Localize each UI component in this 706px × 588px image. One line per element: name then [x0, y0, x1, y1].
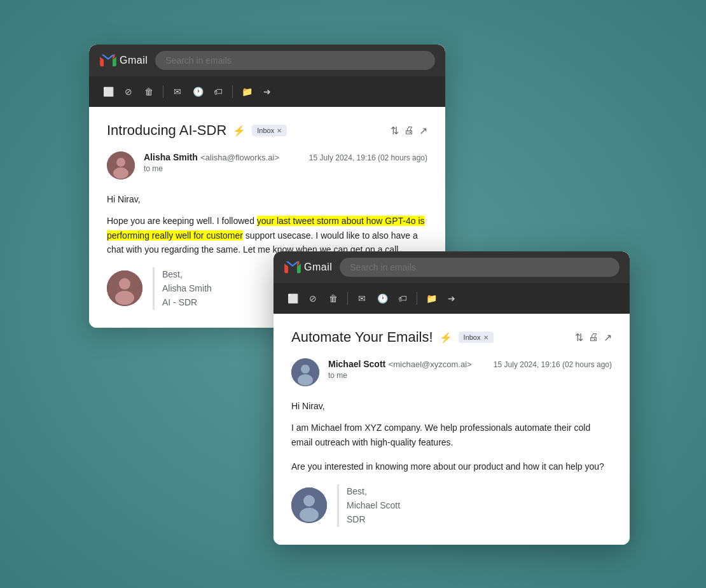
expand-icon-back[interactable]: ⇅ [391, 125, 399, 137]
body-line1-front: I am Michael from XYZ company. We help p… [291, 421, 612, 449]
sender-email-front: <michael@xyzcom.ai> [389, 360, 472, 369]
inbox-badge-front: Inbox ✕ [459, 332, 494, 343]
sig-line3-back: AI - SDR [162, 295, 212, 309]
print-icon-back[interactable]: 🖨 [404, 125, 414, 136]
subject-left-front: Automate Your Emails! ⚡ Inbox ✕ [291, 329, 494, 346]
search-input-back[interactable] [155, 51, 435, 70]
greeting-back: Hi Nirav, [107, 192, 427, 206]
toolbar-spam-icon[interactable]: ⊘ [120, 83, 137, 101]
sig-line2-front: Michael Scott [347, 498, 400, 512]
toolbar-spam-icon-front[interactable]: ⊘ [304, 290, 322, 307]
svg-point-5 [115, 291, 134, 305]
toolbar-folder-icon-front[interactable]: 📁 [422, 290, 440, 307]
gmail-logo-back: Gmail [99, 52, 148, 69]
inbox-label-back: Inbox [257, 127, 274, 134]
sender-info-front: Michael Scott <michael@xyzcom.ai> 15 Jul… [328, 358, 612, 380]
inbox-badge-back: Inbox ✕ [252, 125, 287, 136]
gmail-header-front: Gmail [273, 251, 630, 283]
toolbar-clock-icon-front[interactable]: 🕐 [373, 290, 391, 307]
lightning-icon-front: ⚡ [440, 332, 452, 344]
toolbar-delete-icon[interactable]: 🗑 [140, 83, 158, 101]
to-me-back: to me [144, 164, 427, 173]
svg-point-2 [113, 167, 128, 179]
svg-point-4 [119, 278, 130, 290]
avatar-front [291, 358, 319, 386]
email-card-front: Gmail ⬜ ⊘ 🗑 ✉ 🕐 🏷 📁 ➔ Automate Your Emai… [273, 251, 630, 545]
svg-point-7 [301, 365, 310, 374]
gmail-m-icon-front [284, 258, 301, 276]
gmail-wordmark-front: Gmail [304, 262, 332, 273]
external-icon-front[interactable]: ↗ [604, 332, 612, 344]
inbox-label-front: Inbox [464, 333, 481, 341]
expand-icon-front[interactable]: ⇅ [575, 332, 583, 344]
email-content-front: Hi Nirav, I am Michael from XYZ company.… [291, 399, 612, 474]
print-icon-front[interactable]: 🖨 [588, 332, 599, 343]
svg-point-10 [303, 495, 315, 507]
avatar-back [107, 151, 135, 179]
toolbar-front: ⬜ ⊘ 🗑 ✉ 🕐 🏷 📁 ➔ [273, 283, 630, 314]
avatar-svg-front [291, 358, 319, 386]
sig-line3-front: SDR [347, 512, 400, 526]
body-line2-front: Are you interested in knowing more about… [291, 459, 612, 473]
signature-text-front: Best, Michael Scott SDR [337, 484, 400, 527]
toolbar-tag-icon-front[interactable]: 🏷 [394, 290, 412, 307]
toolbar-delete-icon-front[interactable]: 🗑 [324, 290, 342, 307]
search-input-front[interactable] [340, 258, 619, 277]
avatar-face-back [107, 151, 135, 179]
gmail-wordmark-back: Gmail [120, 55, 148, 66]
svg-point-11 [300, 508, 319, 522]
body-normal-start-back: Hope you are keeping well. I followed [107, 216, 257, 226]
sender-name-row-front: Michael Scott <michael@xyzcom.ai> 15 Jul… [328, 358, 612, 370]
toolbar-email-icon[interactable]: ✉ [169, 83, 186, 101]
gmail-m-icon [99, 52, 117, 69]
subject-row-back: Introducing AI-SDR ⚡ Inbox ✕ ⇅ 🖨 ↗ [107, 122, 427, 139]
lightning-icon-back: ⚡ [233, 125, 246, 137]
toolbar-tag-icon[interactable]: 🏷 [209, 83, 227, 101]
greeting-front: Hi Nirav, [291, 399, 612, 413]
toolbar-forward-icon-front[interactable]: ➔ [443, 290, 460, 307]
sig-line1-back: Best, [162, 267, 212, 281]
toolbar-forward-icon[interactable]: ➔ [258, 83, 276, 101]
avatar-svg-back [107, 151, 135, 179]
email-body-front: Automate Your Emails! ⚡ Inbox ✕ ⇅ 🖨 ↗ [273, 314, 630, 545]
email-subject-front: Automate Your Emails! [291, 329, 433, 346]
subject-left-back: Introducing AI-SDR ⚡ Inbox ✕ [107, 122, 287, 139]
body-text-back: Hope you are keeping well. I followed yo… [107, 214, 427, 256]
gmail-logo-front: Gmail [284, 258, 332, 276]
signature-avatar-back [107, 270, 142, 306]
toolbar-divider-2 [232, 85, 233, 98]
toolbar-archive-icon-front[interactable]: ⬜ [284, 290, 301, 307]
sender-name-back: Alisha Smith [144, 152, 198, 162]
email-date-front: 15 July 2024, 19:16 (02 hours ago) [494, 360, 612, 369]
gmail-header-back: Gmail [89, 45, 445, 76]
email-actions-front: ⇅ 🖨 ↗ [575, 332, 612, 344]
toolbar-folder-icon[interactable]: 📁 [238, 83, 256, 101]
toolbar-archive-icon[interactable]: ⬜ [99, 83, 117, 101]
sender-row-back: Alisha Smith <alisha@floworks.ai> 15 Jul… [107, 151, 427, 179]
signature-avatar-svg-back [107, 270, 142, 306]
toolbar-divider-2-front [417, 292, 417, 305]
sender-row-front: Michael Scott <michael@xyzcom.ai> 15 Jul… [291, 358, 612, 386]
toolbar-divider-1-front [347, 292, 348, 305]
sender-name-row-back: Alisha Smith <alisha@floworks.ai> 15 Jul… [144, 151, 427, 163]
toolbar-clock-icon[interactable]: 🕐 [189, 83, 207, 101]
toolbar-email-icon-front[interactable]: ✉ [353, 290, 371, 307]
sender-info-back: Alisha Smith <alisha@floworks.ai> 15 Jul… [144, 151, 427, 173]
sender-name-email-back: Alisha Smith <alisha@floworks.ai> [144, 151, 279, 163]
svg-point-1 [116, 158, 125, 167]
subject-row-front: Automate Your Emails! ⚡ Inbox ✕ ⇅ 🖨 ↗ [291, 329, 612, 346]
inbox-badge-close-back[interactable]: ✕ [277, 127, 282, 134]
email-date-back: 15 July 2024, 19:16 (02 hours ago) [309, 153, 427, 162]
email-actions-back: ⇅ 🖨 ↗ [391, 125, 427, 137]
to-me-front: to me [328, 371, 612, 380]
svg-point-8 [298, 374, 313, 386]
toolbar-divider-1 [163, 85, 163, 98]
sender-name-email-front: Michael Scott <michael@xyzcom.ai> [328, 358, 472, 370]
signature-avatar-svg-front [291, 487, 327, 523]
sig-line1-front: Best, [347, 484, 400, 498]
email-subject-back: Introducing AI-SDR [107, 122, 226, 139]
inbox-badge-close-front[interactable]: ✕ [483, 334, 488, 341]
toolbar-back: ⬜ ⊘ 🗑 ✉ 🕐 🏷 📁 ➔ [89, 76, 445, 107]
signature-text-back: Best, Alisha Smith AI - SDR [153, 267, 212, 310]
external-icon-back[interactable]: ↗ [419, 125, 427, 137]
